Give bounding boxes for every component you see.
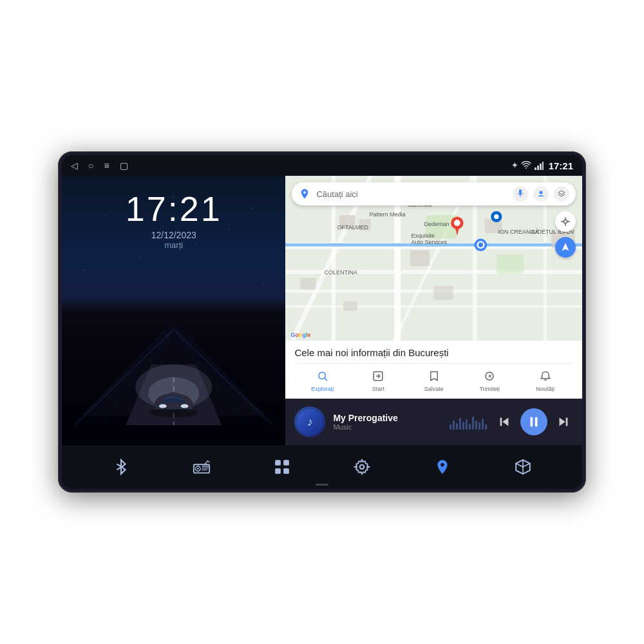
map-nav-noutăți[interactable]: Noutăți [518,368,574,395]
salvate-icon [428,370,440,384]
noutăți-icon [540,370,551,384]
status-right: ✦ 17:21 [511,160,573,171]
next-track-button[interactable] [554,412,573,431]
maps-icon [434,459,451,475]
waveform-bar-3 [456,423,458,430]
dock-item-radio[interactable] [187,453,216,481]
svg-point-45 [564,220,567,223]
waveform-bar-7 [469,424,471,430]
settings-gear-icon [354,459,370,475]
music-note-icon: ♪ [307,415,313,429]
dock-item-cube[interactable] [509,453,537,481]
svg-rect-0 [535,167,536,170]
svg-rect-75 [275,460,281,466]
svg-line-74 [207,461,209,462]
map-nav-explorați[interactable]: Explorați [294,368,350,395]
explorați-label: Explorați [311,386,334,392]
left-panel: 17:21 12/12/2023 marți [62,176,285,445]
tunnel-svg [62,297,285,445]
home-icon[interactable]: ○ [88,160,93,171]
right-panel: Carrefour Dragonul Roșu Pattern Media De… [285,176,582,445]
map-label-auto: Auto Services [411,239,447,245]
svg-rect-18 [285,305,582,308]
tunnel-background [62,297,285,445]
clock-display: 17:21 12/12/2023 marți [126,191,222,250]
map-info-title: Cele mai noi informații din București [294,347,573,358]
dock-item-bluetooth[interactable] [107,453,135,481]
svg-line-51 [325,378,327,381]
map-label-pattern: Pattern Media [369,211,405,218]
svg-rect-62 [500,418,502,426]
microphone-icon[interactable] [513,186,528,202]
map-label-dedeman: Dedeman [424,221,449,227]
prev-track-button[interactable] [495,412,514,431]
profile-icon[interactable] [533,186,549,202]
status-left-icons: ◁ ○ ≡ ▢ [71,160,128,171]
waveform-bar-9 [475,421,477,430]
bottom-dock [62,445,582,489]
svg-rect-33 [344,301,358,311]
waveform-bar-5 [462,422,464,430]
back-icon[interactable]: ◁ [71,160,78,171]
svg-rect-42 [519,189,522,194]
map-nav-trimiteți[interactable]: Trimiteți [462,368,518,395]
screenshot-icon[interactable]: ▢ [120,160,128,171]
svg-rect-77 [275,468,281,474]
clock-day: marți [126,240,222,250]
svg-rect-32 [300,278,316,289]
map-nav-salvate[interactable]: Salvate [406,368,462,395]
svg-rect-63 [531,417,533,427]
svg-marker-65 [560,418,565,426]
map-label-oftalmed: OFTALMED [337,224,368,231]
map-search-action-icons [513,186,569,202]
cube-3d-icon [515,459,531,475]
start-label: Start [372,386,384,392]
svg-rect-67 [194,464,209,473]
svg-rect-78 [283,468,289,474]
dock-item-maps[interactable] [428,453,457,481]
svg-rect-64 [535,417,538,427]
noutăți-label: Noutăți [536,386,554,392]
connectivity-icons: ✦ [511,161,544,170]
apps-grid-icon [274,459,290,475]
dock-item-apps[interactable] [268,453,296,481]
svg-point-41 [478,243,483,247]
status-bar: ◁ ○ ≡ ▢ ✦ [62,155,582,176]
location-target-icon[interactable] [555,211,576,232]
map-search-bar[interactable]: Căutați aici [292,182,576,205]
waveform-bar-6 [466,419,468,430]
device-screen: ◁ ○ ≡ ▢ ✦ [62,155,582,489]
svg-rect-66 [566,418,568,426]
navigate-icon[interactable] [555,237,576,258]
menu-icon[interactable]: ≡ [104,160,109,171]
music-waveform [450,414,487,430]
device-frame: ◁ ○ ≡ ▢ ✦ [58,151,586,493]
svg-point-44 [540,191,543,194]
car-tunnel-scene [62,297,285,445]
svg-rect-2 [540,164,542,170]
layers-icon[interactable] [554,186,569,202]
svg-rect-26 [497,254,524,274]
album-art-inner: ♪ [297,409,323,435]
map-label-exquisite: Exquisite [411,232,435,239]
map-container[interactable]: Carrefour Dragonul Roșu Pattern Media De… [285,176,582,341]
map-controls [555,211,576,258]
salvate-label: Salvate [424,386,444,392]
start-icon [372,370,384,384]
clock-date: 12/12/2023 [126,230,222,240]
waveform-bar-4 [459,418,461,430]
waveform-bar-8 [472,417,474,430]
status-time: 17:21 [549,160,573,171]
map-nav-start[interactable]: Start [350,368,406,395]
radio-icon [193,459,211,475]
music-info: My Prerogative Music [333,413,442,431]
music-subtitle: Music [333,423,442,431]
map-search-placeholder[interactable]: Căutați aici [316,189,507,199]
dock-item-settings[interactable] [348,453,376,481]
album-art: ♪ [294,406,325,437]
map-nav-buttons: Explorați Start Salvate [294,363,573,395]
play-pause-button[interactable] [520,408,547,435]
wifi-icon [521,161,531,170]
main-content: 17:21 12/12/2023 marți [62,176,582,445]
map-label-colentina: COLENTINA [324,269,357,276]
